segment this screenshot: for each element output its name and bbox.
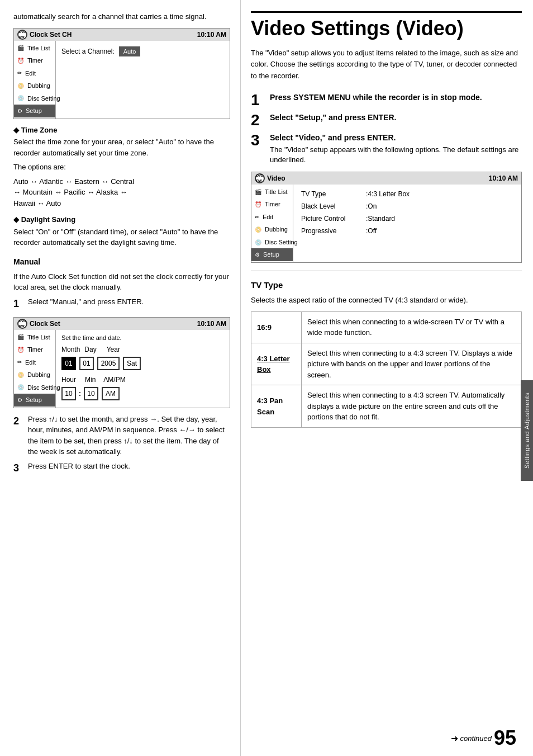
tv-option-pan-scan: 4:3 PanScan Select this when connecting … — [251, 385, 522, 428]
set-time-label: Set the time and date. — [61, 333, 224, 343]
sidebar-disc-setting[interactable]: Disc Setting — [14, 92, 55, 105]
cs-edit[interactable]: Edit — [14, 356, 55, 369]
letter-box-underline: 4:3 LetterBox — [257, 355, 290, 374]
clock-header-left: DVDRW Clock Set — [17, 319, 60, 329]
month-input[interactable]: 01 — [61, 357, 76, 370]
vs-disc[interactable]: Disc Setting — [251, 236, 293, 249]
right-step2: 2 Select "Setup," and press ENTER. — [251, 112, 522, 128]
video-menu-header: DVDRW Video 10:10 AM — [251, 172, 521, 185]
step3-item: 3 Press ENTER to start the clock. — [13, 461, 230, 476]
video-row-picture: Picture Control : Standard — [299, 212, 516, 225]
option-pan-scan-desc: Select this when connecting to a 4:3 scr… — [302, 385, 522, 428]
step3-num: 3 — [13, 461, 23, 476]
video-sidebar: Title List Timer Edit Dubbing Disc Setti… — [251, 185, 293, 262]
clock-set-date-content: Set the time and date. Month Day Year 01… — [56, 330, 230, 408]
step1-text: Select "Manual," and press ENTER. — [28, 296, 230, 308]
year-label: Year — [107, 344, 120, 355]
progressive-key: Progressive — [299, 226, 366, 236]
select-channel-row: Select a Channel: Auto — [61, 46, 224, 57]
right-step3-text: Select "Video," and press ENTER. — [270, 133, 522, 144]
sidebar-dubbing[interactable]: Dubbing — [14, 79, 55, 92]
video-row-progressive: Progressive : Off — [299, 225, 516, 237]
right-step1-num: 1 — [251, 92, 264, 108]
tv-type-val: 4:3 Letter Box — [368, 189, 516, 199]
clock-set-ch-time: 10:10 AM — [197, 30, 226, 40]
option-letter-box-label: 4:3 LetterBox — [251, 343, 302, 385]
cs-setup[interactable]: Setup — [14, 394, 55, 407]
black-level-val: On — [368, 201, 516, 211]
clock-sidebar: Title List Timer Edit Dubbing Disc Setti… — [14, 330, 56, 408]
clock-set-menu: DVDRW Clock Set 10:10 AM Title List Time… — [13, 317, 230, 408]
cs-title-list[interactable]: Title List — [14, 331, 55, 344]
picture-val: Standard — [368, 214, 516, 224]
vs-title-list[interactable]: Title List — [251, 186, 293, 199]
progressive-val: Off — [368, 226, 516, 236]
sidebar-title-list[interactable]: Title List — [14, 42, 55, 55]
video-menu-time: 10:10 AM — [489, 173, 518, 183]
sidebar-timer[interactable]: Timer — [14, 54, 55, 67]
day-label: Day — [84, 344, 96, 355]
right-step1: 1 Press SYSTEM MENU while the recorder i… — [251, 92, 522, 108]
right-step2-text: Select "Setup," and press ENTER. — [270, 112, 396, 124]
dvd-icon-3: DVDRW — [255, 173, 265, 183]
tv-type-desc: Selects the aspect ratio of the connecte… — [251, 295, 522, 306]
left-column: automatically search for a channel that … — [0, 0, 240, 756]
hour-label: Hour — [61, 375, 76, 385]
right-step3: 3 Select "Video," and press ENTER. The "… — [251, 133, 522, 165]
right-intro: The "Video" setup allows you to adjust i… — [251, 48, 522, 82]
hour-input[interactable]: 10 — [61, 387, 76, 400]
clock-set-body: Title List Timer Edit Dubbing Disc Setti… — [14, 330, 230, 408]
time-colon: : — [79, 389, 81, 399]
sidebar-setup[interactable]: Setup — [14, 105, 55, 117]
cs-timer[interactable]: Timer — [14, 343, 55, 356]
header-left: DVDRW Clock Set CH — [17, 30, 72, 40]
time-zone-heading: Time Zone — [13, 125, 230, 136]
right-step3-block: Select "Video," and press ENTER. The "Vi… — [270, 133, 522, 165]
vs-timer[interactable]: Timer — [251, 198, 293, 211]
time-zone-options-label: The options are: — [13, 162, 230, 173]
video-menu-box: DVDRW Video 10:10 AM Title List Timer Ed… — [251, 172, 522, 263]
tv-type-heading: TV Type — [251, 279, 522, 292]
tv-type-key: TV Type — [299, 189, 366, 199]
video-menu-label: Video — [267, 173, 285, 183]
clock-set-header: DVDRW Clock Set 10:10 AM — [14, 318, 230, 330]
time-values-row: 10 : 10 AM — [61, 387, 224, 400]
clock-set-ch-label: Clock Set CH — [30, 30, 72, 40]
cs-dubbing[interactable]: Dubbing — [14, 368, 55, 381]
side-tab: Settings and Adjustments — [521, 380, 533, 481]
step2-item: 2 Press ↑/↓ to set the month, and press … — [13, 414, 230, 457]
black-level-key: Black Level — [299, 201, 366, 211]
right-column: Video Settings (Video) The "Video" setup… — [240, 0, 533, 756]
time-zone-text: Select the time zone for your area, or s… — [13, 136, 230, 158]
vs-dubbing[interactable]: Dubbing — [251, 223, 293, 236]
clock-set-time: 10:10 AM — [197, 319, 226, 329]
year-input[interactable]: 2005 — [97, 357, 120, 370]
time-labels-row: Hour Min AM/PM — [61, 375, 224, 385]
footer-continued: continued — [460, 734, 492, 743]
ampm-input[interactable]: AM — [102, 387, 120, 400]
clock-set-ch-header: DVDRW Clock Set CH 10:10 AM — [14, 29, 230, 41]
min-input[interactable]: 10 — [84, 387, 98, 400]
clock-set-label: Clock Set — [30, 319, 60, 329]
auto-button[interactable]: Auto — [119, 46, 141, 57]
cs-disc[interactable]: Disc Setting — [14, 381, 55, 394]
tv-type-table: 16:9 Select this when connecting to a wi… — [251, 311, 522, 428]
right-step3-subtext: The "Video" setup appears with the follo… — [270, 145, 522, 165]
month-label: Month — [61, 344, 80, 355]
option-169-label: 16:9 — [251, 311, 302, 343]
vs-edit[interactable]: Edit — [251, 211, 293, 224]
min-label: Min — [85, 375, 96, 385]
day-input[interactable]: 01 — [79, 357, 94, 370]
vs-setup[interactable]: Setup — [251, 248, 293, 261]
right-step1-text: Press SYSTEM MENU while the recorder is … — [270, 92, 482, 103]
step1-item: 1 Select "Manual," and press ENTER. — [13, 296, 230, 311]
clock-set-sidebar: Title List Timer Edit Dubbing Disc Setti… — [14, 41, 56, 119]
tv-option-letter-box: 4:3 LetterBox Select this when connectin… — [251, 343, 522, 385]
video-row-tv-type: TV Type : 4:3 Letter Box — [299, 188, 516, 200]
sidebar-edit[interactable]: Edit — [14, 67, 55, 80]
intro-text: automatically search for a channel that … — [13, 11, 230, 22]
video-settings-content: TV Type : 4:3 Letter Box Black Level : O… — [293, 185, 521, 262]
date-labels-row: Month Day Year — [61, 344, 224, 355]
dow-input[interactable]: Sat — [123, 357, 141, 370]
dvd-icon-2: DVDRW — [17, 319, 27, 329]
